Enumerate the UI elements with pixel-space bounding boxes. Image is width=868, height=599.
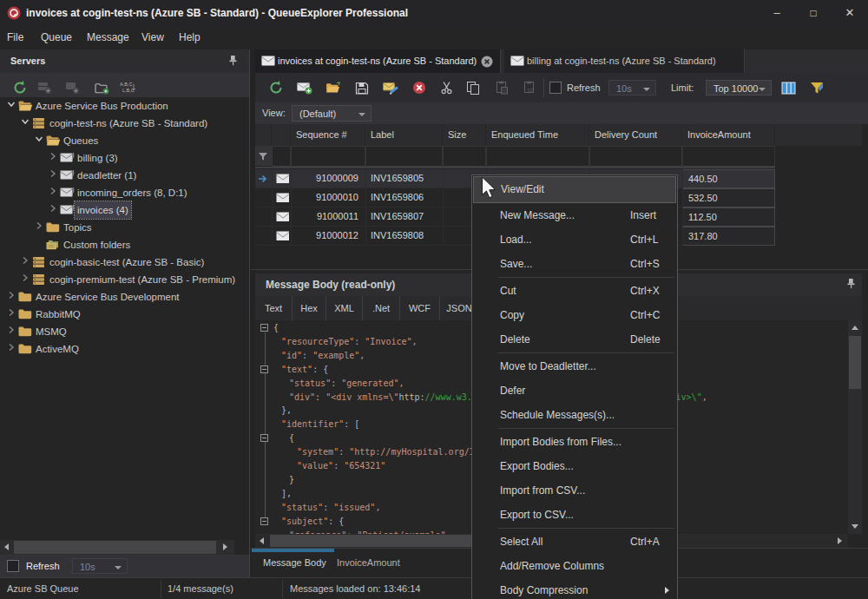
chevron-right-icon[interactable] <box>7 343 19 355</box>
grid-column-header[interactable]: Sequence # <box>291 124 365 146</box>
tree-item[interactable]: deadletter (1) <box>0 167 249 184</box>
collapse-box-icon[interactable] <box>260 365 268 373</box>
servers-hscrollbar[interactable] <box>0 540 234 555</box>
chevron-down-icon[interactable] <box>35 135 47 147</box>
grid-column-header[interactable]: Enqueued Time <box>486 124 589 146</box>
bottom-tab-active[interactable]: Message Body <box>263 549 326 578</box>
grid-filter-cell[interactable] <box>272 146 291 167</box>
collapse-box-icon[interactable] <box>260 324 268 332</box>
grid-filter-cell[interactable] <box>486 146 589 167</box>
remove-server-icon[interactable] <box>64 80 80 95</box>
chevron-right-icon[interactable] <box>21 256 33 268</box>
save-message-icon[interactable] <box>354 80 370 95</box>
columns-icon[interactable] <box>780 80 796 95</box>
tree-item[interactable]: billing (3) <box>0 149 249 167</box>
chevron-right-icon[interactable] <box>7 326 19 338</box>
delete-message-icon[interactable] <box>411 80 427 95</box>
copy-icon[interactable] <box>465 80 481 95</box>
menu-queue[interactable]: Queue <box>41 26 72 49</box>
context-menu-item[interactable]: Import Bodies from Files... <box>473 430 676 454</box>
message-body-vscrollbar[interactable] <box>848 320 862 534</box>
auto-refresh-checkbox[interactable] <box>549 82 562 94</box>
chevron-right-icon[interactable] <box>21 273 33 286</box>
scroll-left-icon[interactable] <box>260 537 264 544</box>
new-message-icon[interactable] <box>297 80 312 95</box>
grid-column-header[interactable]: Label <box>365 124 443 146</box>
grid-column-header[interactable] <box>272 124 291 146</box>
scroll-right-icon[interactable] <box>223 543 227 550</box>
context-menu-item[interactable]: Add/Remove Columns <box>473 554 676 578</box>
grid-column-header[interactable]: Delivery Count <box>589 124 682 146</box>
menu-help[interactable]: Help <box>179 26 201 49</box>
tree-item[interactable]: ActiveMQ <box>0 340 249 358</box>
chevron-right-icon[interactable] <box>7 308 19 320</box>
tree-item[interactable]: incoming_orders (8, D:1) <box>0 184 249 201</box>
context-menu-item[interactable]: Export Bodies... <box>473 454 676 478</box>
servers-interval-dropdown[interactable]: 10s <box>72 558 128 574</box>
tree-item[interactable]: Queues <box>0 132 249 149</box>
servers-hscrollbar-thumb[interactable] <box>14 541 216 554</box>
grid-column-header[interactable]: Size <box>443 124 486 146</box>
tree-item[interactable]: Topics <box>0 219 249 236</box>
grid-filter-cell[interactable] <box>365 146 443 167</box>
chevron-down-icon[interactable] <box>21 117 33 129</box>
grid-filter-cell[interactable] <box>443 146 486 167</box>
format-tab-hex[interactable]: Hex <box>293 296 326 320</box>
interval-dropdown[interactable]: 10s <box>608 80 656 95</box>
context-menu-item[interactable]: Body Compression <box>473 578 676 599</box>
tree-item[interactable]: invoices (4) <box>0 201 249 219</box>
grid-filter-cell[interactable] <box>291 146 365 167</box>
minimize-button[interactable]: – <box>764 0 790 26</box>
sort-icon[interactable]: A,B,CL,B,C <box>120 80 135 95</box>
pin-icon[interactable] <box>228 55 238 66</box>
chevron-right-icon[interactable] <box>35 221 47 234</box>
format-tab-net[interactable]: .Net <box>363 296 400 320</box>
scroll-down-icon[interactable] <box>852 524 858 529</box>
message-body-hscrollbar-thumb[interactable] <box>270 535 485 547</box>
grid-column-header[interactable]: InvoiceAmount <box>682 124 775 146</box>
close-button[interactable]: ✕ <box>837 0 863 26</box>
tree-item[interactable]: cogin-basic-test (Azure SB - Basic) <box>0 253 249 271</box>
context-menu-item[interactable]: CutCtrl+X <box>473 279 676 303</box>
edit-message-icon[interactable] <box>383 80 398 95</box>
bottom-tab-inactive[interactable]: InvoiceAmount <box>337 549 400 578</box>
context-menu-item[interactable]: Import from CSV... <box>473 478 676 503</box>
chevron-right-icon[interactable] <box>49 152 61 164</box>
view-dropdown[interactable]: (Default) <box>292 105 372 122</box>
tree-item[interactable]: cogin-premium-test (Azure SB - Premium) <box>0 271 249 288</box>
context-menu-item[interactable]: New Message...Insert <box>473 203 676 227</box>
menu-file[interactable]: File <box>7 26 23 49</box>
grid-filter-cell[interactable] <box>589 146 682 167</box>
paste-special-icon[interactable]: 10 <box>522 80 537 95</box>
context-menu-item[interactable]: Schedule Messages(s)... <box>473 403 676 427</box>
chevron-right-icon[interactable] <box>49 204 61 216</box>
tree-item[interactable]: MSMQ <box>0 323 249 340</box>
refresh-servers-icon[interactable] <box>12 80 28 95</box>
menu-message[interactable]: Message <box>87 26 129 49</box>
paste-icon[interactable] <box>494 80 510 95</box>
add-server-icon[interactable] <box>36 80 52 95</box>
format-tab-xml[interactable]: XML <box>326 296 363 320</box>
collapse-box-icon[interactable] <box>260 434 268 442</box>
maximize-button[interactable]: □ <box>800 0 826 26</box>
tree-item[interactable]: RabbitMQ <box>0 306 249 323</box>
menu-view[interactable]: View <box>141 26 164 49</box>
context-menu-item[interactable]: View/Edit <box>473 176 676 203</box>
collapse-box-icon[interactable] <box>260 517 268 525</box>
context-menu-item[interactable]: Move to Deadletter... <box>473 354 676 378</box>
chevron-right-icon[interactable] <box>49 187 61 199</box>
cut-icon[interactable] <box>438 80 454 95</box>
scroll-left-icon[interactable] <box>4 543 9 550</box>
message-body-vscrollbar-thumb[interactable] <box>849 336 861 389</box>
message-body-pin-icon[interactable] <box>846 278 856 289</box>
tree-item[interactable]: Azure Service Bus Production <box>0 97 249 115</box>
context-menu-item[interactable]: CopyCtrl+C <box>473 303 676 327</box>
filter-icon[interactable] <box>809 80 825 95</box>
close-tab-icon[interactable] <box>481 56 493 68</box>
format-tab-text[interactable]: Text <box>255 296 293 320</box>
tree-item[interactable]: Custom folders <box>0 236 249 253</box>
context-menu-item[interactable]: Load...Ctrl+L <box>473 227 676 252</box>
refresh-messages-icon[interactable] <box>268 80 284 95</box>
chevron-right-icon[interactable] <box>7 291 19 303</box>
context-menu-item[interactable]: Export to CSV... <box>473 503 676 527</box>
